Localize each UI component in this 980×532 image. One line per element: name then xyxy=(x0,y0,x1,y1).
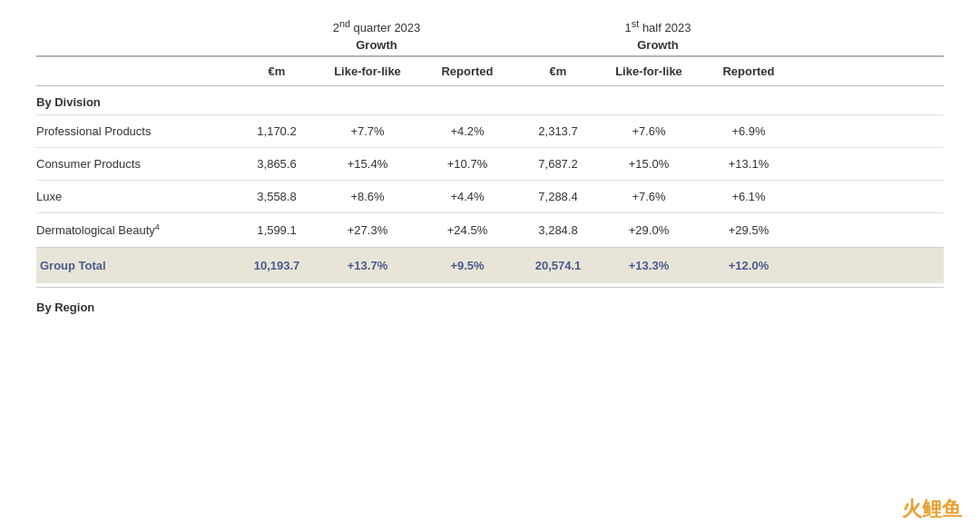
row-cell: +4.2% xyxy=(417,124,517,138)
col-q-em: €m xyxy=(236,64,318,78)
row-cell: 1,599.1 xyxy=(236,223,318,237)
total-q-em: 10,193.7 xyxy=(236,259,318,272)
column-headers: €m Like-for-like Reported €m Like-for-li… xyxy=(36,56,944,86)
row-cell: +7.6% xyxy=(599,190,699,203)
table-row: Consumer Products3,865.6+15.4%+10.7%7,68… xyxy=(36,147,944,180)
row-cell: 3,284.8 xyxy=(517,223,599,237)
row-cell: 1,170.2 xyxy=(236,124,318,138)
row-cell: +7.7% xyxy=(318,124,417,138)
row-cell: +13.1% xyxy=(699,157,799,171)
half-growth-label: Growth xyxy=(517,38,799,52)
row-cell: +8.6% xyxy=(318,190,417,203)
total-h-rep: +12.0% xyxy=(699,259,799,272)
total-row: Group Total 10,193.7 +13.7% +9.5% 20,574… xyxy=(36,247,944,283)
row-cell: +15.0% xyxy=(599,157,699,171)
by-region-section: By Region xyxy=(36,287,944,320)
row-cell: 2,313.7 xyxy=(517,124,599,138)
table-row: Luxe3,558.8+8.6%+4.4%7,288.4+7.6%+6.1% xyxy=(36,180,944,212)
row-cell: +6.9% xyxy=(699,124,799,138)
quarter-growth-label: Growth xyxy=(236,38,517,52)
row-cell: 7,687.2 xyxy=(517,157,599,171)
row-name: Consumer Products xyxy=(36,157,236,171)
row-name: Professional Products xyxy=(36,124,236,138)
row-name: Dermatological Beauty4 xyxy=(36,222,236,237)
row-cell: +29.0% xyxy=(599,223,699,237)
row-cell: +10.7% xyxy=(417,157,517,171)
data-rows: Professional Products1,170.2+7.7%+4.2%2,… xyxy=(36,114,944,246)
total-label: Group Total xyxy=(36,259,236,272)
row-name: Luxe xyxy=(36,190,236,203)
row-cell: +7.6% xyxy=(599,124,699,138)
financial-table: 2nd quarter 2023 1st half 2023 Growth Gr… xyxy=(36,18,944,320)
total-h-em: 20,574.1 xyxy=(517,259,599,272)
col-h-em: €m xyxy=(517,64,599,78)
row-cell: 7,288.4 xyxy=(517,190,599,203)
table-row: Professional Products1,170.2+7.7%+4.2%2,… xyxy=(36,114,944,147)
table-row: Dermatological Beauty41,599.1+27.3%+24.5… xyxy=(36,212,944,246)
by-division-section: By Division xyxy=(36,86,944,114)
col-h-reported: Reported xyxy=(699,64,799,78)
row-cell: +27.3% xyxy=(318,223,417,237)
row-cell: +29.5% xyxy=(699,223,799,237)
col-q-lfl: Like-for-like xyxy=(318,64,417,78)
col-q-reported: Reported xyxy=(417,64,517,78)
row-cell: 3,558.8 xyxy=(236,190,318,203)
row-cell: +4.4% xyxy=(417,190,517,203)
quarter-header: 2nd quarter 2023 xyxy=(236,18,517,34)
col-h-lfl: Like-for-like xyxy=(599,64,699,78)
row-cell: +15.4% xyxy=(318,157,417,171)
half-header: 1st half 2023 xyxy=(517,18,799,34)
by-division-label: By Division xyxy=(36,95,236,109)
total-q-lfl: +13.7% xyxy=(318,259,417,272)
row-cell: +6.1% xyxy=(699,190,799,203)
quarter-label: 2nd quarter 2023 xyxy=(333,21,421,34)
total-q-rep: +9.5% xyxy=(417,259,517,272)
total-h-lfl: +13.3% xyxy=(599,259,699,272)
row-cell: +24.5% xyxy=(417,223,517,237)
half-label: 1st half 2023 xyxy=(625,21,691,34)
row-cell: 3,865.6 xyxy=(236,157,318,171)
